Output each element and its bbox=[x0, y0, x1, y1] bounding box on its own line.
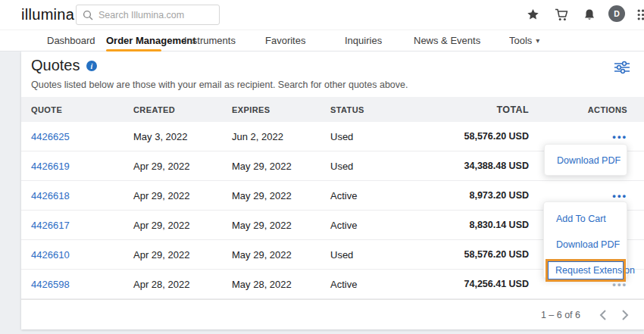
nav-item-inquiries[interactable]: Inquiries bbox=[345, 30, 382, 52]
col-header-expires: EXPIRES bbox=[232, 105, 330, 114]
total-cell: 8,830.14 USD bbox=[452, 220, 529, 230]
table-header-row: QUOTE CREATED EXPIRES STATUS TOTAL ACTIO… bbox=[21, 97, 644, 122]
col-header-total: TOTAL bbox=[452, 105, 529, 115]
expires-cell: Jun 2, 2022 bbox=[232, 131, 330, 142]
status-cell: Used bbox=[330, 131, 452, 142]
status-cell: Active bbox=[330, 279, 452, 290]
illumina-logo[interactable]: illumina bbox=[21, 6, 74, 23]
quote-link[interactable]: 4426617 bbox=[31, 220, 70, 231]
row-actions-button[interactable]: ••• bbox=[612, 279, 627, 290]
expires-cell: May 29, 2022 bbox=[232, 161, 330, 172]
nav-item-favorites[interactable]: Favorites bbox=[265, 30, 305, 52]
favorites-star-icon[interactable] bbox=[524, 5, 542, 23]
total-cell: 34,388.48 USD bbox=[452, 161, 529, 171]
created-cell: Apr 29, 2022 bbox=[133, 190, 232, 201]
expires-cell: May 28, 2022 bbox=[232, 279, 330, 290]
row-actions-button[interactable]: ••• bbox=[612, 190, 627, 201]
expires-cell: May 29, 2022 bbox=[232, 249, 330, 261]
status-cell: Active bbox=[330, 220, 452, 231]
col-header-status: STATUS bbox=[330, 105, 452, 114]
quote-link[interactable]: 4426598 bbox=[31, 279, 70, 290]
active-tab-underline bbox=[106, 49, 161, 52]
nav-item-order-management[interactable]: Order Management bbox=[106, 30, 195, 52]
pagination-bar: 1 – 6 of 6 bbox=[21, 299, 644, 329]
col-header-quote: QUOTE bbox=[31, 105, 133, 114]
status-cell: Used bbox=[330, 161, 452, 172]
page-title: Quotes bbox=[31, 57, 80, 74]
top-header: illumina D bbox=[0, 0, 644, 30]
nav-item-news-events[interactable]: News & Events bbox=[414, 30, 480, 52]
expires-cell: May 29, 2022 bbox=[232, 190, 330, 201]
pagination-range: 1 – 6 of 6 bbox=[541, 310, 580, 320]
row-actions-button[interactable]: ••• bbox=[612, 131, 627, 142]
search-icon bbox=[83, 10, 93, 20]
quote-link[interactable]: 4426610 bbox=[31, 249, 70, 261]
nav-item-dashboard[interactable]: Dashboard bbox=[47, 30, 95, 52]
quotes-panel: Quotes i Quotes listed below are those w… bbox=[21, 52, 644, 329]
user-avatar[interactable]: D bbox=[608, 5, 625, 22]
chevron-down-icon: ▾ bbox=[536, 30, 539, 52]
quote-link[interactable]: 4426618 bbox=[31, 190, 70, 201]
info-icon[interactable]: i bbox=[86, 61, 97, 71]
search-input[interactable] bbox=[98, 10, 213, 20]
expires-cell: May 29, 2022 bbox=[232, 220, 330, 231]
status-cell: Active bbox=[330, 190, 452, 201]
notifications-bell-icon[interactable] bbox=[580, 5, 599, 23]
main-nav: Dashboard Order Management Instruments F… bbox=[0, 30, 644, 52]
apps-grid-icon[interactable] bbox=[633, 5, 644, 23]
site-search[interactable] bbox=[76, 5, 220, 25]
nav-item-instruments[interactable]: Instruments bbox=[184, 30, 236, 52]
total-cell: 74,256.41 USD bbox=[452, 279, 529, 289]
col-header-actions: ACTIONS bbox=[529, 105, 627, 114]
status-cell: Used bbox=[330, 249, 452, 261]
page-subtitle: Quotes listed below are those with your … bbox=[31, 80, 408, 90]
row3-actions-menu: Add To Cart Download PDF Request Extensi… bbox=[543, 201, 627, 279]
menu-item-request-extension[interactable]: Request Extension bbox=[548, 261, 624, 279]
quote-link[interactable]: 4426619 bbox=[31, 161, 70, 172]
created-cell: Apr 29, 2022 bbox=[133, 249, 232, 261]
cart-icon[interactable] bbox=[552, 5, 571, 23]
created-cell: Apr 29, 2022 bbox=[133, 161, 232, 172]
total-cell: 8,973.20 USD bbox=[452, 190, 529, 201]
prev-page-button[interactable] bbox=[596, 308, 609, 322]
nav-item-tools[interactable]: Tools▾ bbox=[509, 30, 539, 52]
filter-icon[interactable] bbox=[614, 61, 630, 74]
row1-actions-menu: Download PDF bbox=[544, 144, 627, 176]
total-cell: 58,576.20 USD bbox=[452, 131, 529, 142]
next-page-button[interactable] bbox=[618, 308, 632, 322]
menu-item-add-to-cart[interactable]: Add To Cart bbox=[544, 208, 627, 229]
total-cell: 58,576.20 USD bbox=[452, 249, 529, 260]
created-cell: May 3, 2022 bbox=[133, 131, 232, 142]
created-cell: Apr 28, 2022 bbox=[133, 279, 232, 290]
menu-item-download-pdf[interactable]: Download PDF bbox=[545, 145, 627, 176]
created-cell: Apr 29, 2022 bbox=[133, 220, 232, 231]
menu-item-download-pdf[interactable]: Download PDF bbox=[544, 234, 627, 255]
col-header-created: CREATED bbox=[133, 105, 232, 114]
quote-link[interactable]: 4426625 bbox=[31, 131, 70, 142]
